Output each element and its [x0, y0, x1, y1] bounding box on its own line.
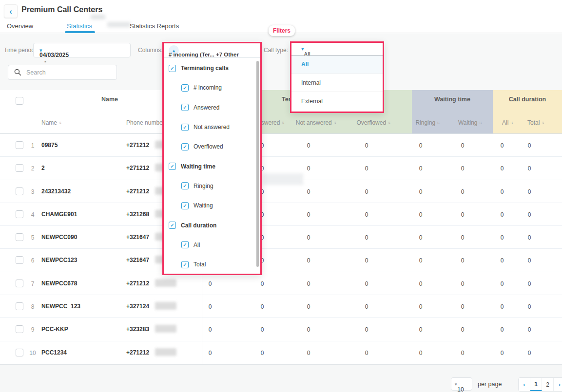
row-checkbox[interactable] [16, 349, 23, 356]
column-header-not-answered[interactable]: Not answered↑↓ [296, 119, 336, 126]
row-index: 6 [27, 257, 39, 264]
columns-dropdown-panel: # incoming (Ter... +7 Other ▴ ✓ Terminat… [162, 42, 262, 275]
columns-option[interactable]: ✓ Total [164, 255, 260, 274]
tab-statistics[interactable]: Statistics [67, 22, 92, 30]
row-name: NEWPCC123 [41, 257, 77, 263]
cell-value: 0 [496, 188, 508, 195]
call-type-option[interactable]: External [291, 92, 383, 111]
checked-checkbox[interactable]: ✓ [181, 261, 189, 268]
checked-checkbox[interactable]: ✓ [169, 222, 176, 229]
column-header-total[interactable]: Total↑↓ [527, 119, 544, 126]
columns-option[interactable]: ✓ Ringing [164, 176, 260, 196]
back-button[interactable]: ‹ [4, 4, 18, 18]
checked-checkbox[interactable]: ✓ [181, 202, 189, 209]
redacted-phone-suffix [155, 279, 176, 287]
cell-value: 0 [523, 350, 535, 356]
column-header-overflowed[interactable]: Overflowed↑↓ [356, 119, 390, 126]
columns-option[interactable]: ✓ Not answered [164, 117, 260, 137]
row-name: 243213432 [41, 188, 71, 195]
checked-checkbox[interactable]: ✓ [181, 241, 189, 248]
column-header-ringing[interactable]: Ringing↑↓ [415, 119, 439, 126]
cell-value: 0 [523, 165, 535, 172]
tab-overview[interactable]: Overview [7, 22, 33, 30]
cell-value: 0 [496, 303, 508, 310]
cell-value: 0 [361, 257, 372, 264]
cell-value: 0 [204, 326, 216, 333]
column-header-all[interactable]: All↑↓ [502, 119, 513, 126]
row-checkbox[interactable] [16, 302, 23, 310]
cell-value: 0 [523, 211, 535, 218]
table-row: 10 PCC1234 +271212 00000000 [0, 341, 562, 364]
checked-checkbox[interactable]: ✓ [181, 143, 189, 150]
columns-option-label: Not answered [194, 124, 230, 131]
cell-value: 0 [523, 280, 535, 287]
row-checkbox[interactable] [16, 280, 23, 287]
row-checkbox[interactable] [16, 141, 23, 149]
checked-checkbox[interactable]: ✓ [181, 84, 189, 92]
columns-option[interactable]: ✓ Call duration [164, 215, 260, 235]
cell-value: 0 [415, 303, 426, 310]
row-phone: +321647 [126, 234, 149, 241]
cell-value: 0 [523, 303, 535, 310]
per-page-select[interactable]: 10 ▾ [451, 377, 472, 391]
call-type-select[interactable]: All ▾ [291, 43, 383, 56]
cell-value: 0 [361, 326, 372, 333]
column-header-waiting[interactable]: Waiting↑↓ [458, 119, 482, 126]
select-all-checkbox[interactable] [16, 97, 23, 105]
columns-option-list: ✓ Terminating calls ✓ # incoming ✓ Answe… [164, 58, 260, 274]
columns-select[interactable]: # incoming (Ter... +7 Other ▴ [164, 43, 260, 57]
table-footer [0, 364, 562, 392]
page-1-button[interactable]: 1 [530, 378, 542, 391]
search-input[interactable]: Search [8, 65, 117, 80]
group-label-call-duration: Call duration [509, 96, 546, 103]
cell-value: 0 [256, 326, 268, 333]
chevron-left-icon: ‹ [523, 381, 525, 388]
prev-page-button[interactable]: ‹ [519, 378, 530, 391]
checked-checkbox[interactable]: ✓ [169, 163, 176, 170]
columns-option[interactable]: ✓ # incoming [164, 78, 260, 97]
cell-value: 0 [361, 188, 372, 195]
row-checkbox[interactable] [16, 210, 23, 218]
page-2-button[interactable]: 2 [542, 378, 554, 391]
columns-option-label: Terminating calls [181, 65, 229, 72]
table-row: 1 09875 +271212 00000000 [0, 134, 562, 157]
column-group-call-duration: Call duration [493, 90, 562, 134]
columns-option-label: Answered [194, 104, 219, 111]
next-page-button[interactable]: › [554, 378, 562, 391]
checked-checkbox[interactable]: ✓ [169, 65, 176, 72]
row-checkbox[interactable] [16, 187, 23, 195]
row-name: 2 [41, 165, 45, 171]
cell-value: 0 [361, 350, 372, 356]
tab-statistics-reports[interactable]: Statistics Reports [130, 22, 179, 30]
cell-value: 0 [457, 257, 468, 264]
columns-option[interactable]: ✓ Terminating calls [164, 58, 260, 78]
table-row: 4 CHAMGE901 +321268 00000000 [0, 203, 562, 226]
columns-option[interactable]: ✓ Waiting [164, 196, 260, 215]
columns-option[interactable]: ✓ All [164, 235, 260, 255]
row-index: 2 [27, 165, 39, 172]
scrollbar-thumb[interactable] [256, 61, 259, 267]
row-checkbox[interactable] [16, 325, 23, 333]
columns-option[interactable]: ✓ Overflowed [164, 137, 260, 156]
call-type-option[interactable]: Internal [291, 74, 383, 93]
time-period-select[interactable]: 04/03/2025 - 05/03/2025 ▾ [33, 43, 131, 57]
checked-checkbox[interactable]: ✓ [181, 182, 189, 189]
column-header-name[interactable]: Name↑↓ [41, 119, 61, 126]
columns-option[interactable]: ✓ Answered [164, 98, 260, 117]
columns-option-label: Waiting [194, 202, 213, 209]
table-row: 7 NEWPCC678 +271212 00000000 [0, 272, 562, 295]
row-checkbox[interactable] [16, 164, 23, 172]
columns-option-label: # incoming [194, 84, 222, 91]
columns-option-label: All [194, 242, 200, 248]
row-index: 4 [27, 211, 39, 218]
redacted-phone-suffix [155, 348, 176, 356]
columns-option[interactable]: ✓ Waiting time [164, 156, 260, 176]
call-type-option[interactable]: All [291, 56, 383, 74]
sort-icon: ↑↓ [541, 120, 544, 125]
row-checkbox[interactable] [16, 256, 23, 264]
checked-checkbox[interactable]: ✓ [181, 124, 189, 131]
checked-checkbox[interactable]: ✓ [181, 104, 189, 111]
row-checkbox[interactable] [16, 233, 23, 241]
cell-value: 0 [204, 350, 216, 356]
cell-value: 0 [496, 234, 508, 241]
